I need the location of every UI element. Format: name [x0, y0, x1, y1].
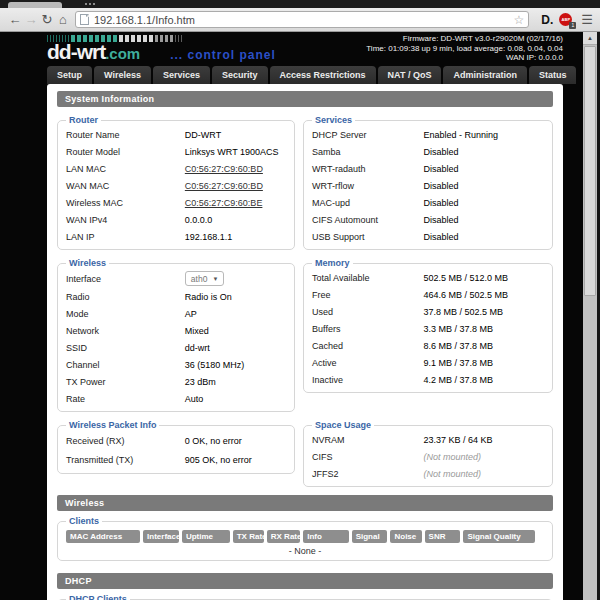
space-usage-fieldset: Space Usage NVRAM23.37 KB / 64 KB CIFS(N…: [303, 420, 553, 487]
scrollbar[interactable]: ▲: [583, 32, 597, 600]
col-tx-rate: TX Rate: [233, 530, 264, 543]
adblock-counter-badge: 1: [569, 22, 576, 29]
active-row: Active9.1 MB / 37.8 MB: [312, 354, 544, 371]
browser-window: ← → ↻ ⌂ 192.168.1.1/Info.htm ☆ D. ABP 1 …: [0, 0, 600, 600]
wan-mac-row: WAN MACC0:56:27:C9:60:BD: [66, 177, 286, 194]
interface-row: Interface ath0 ▼: [66, 269, 286, 288]
masthead: dd-wrt .com ... control panel Firmware: …: [47, 32, 563, 62]
browser-tab[interactable]: [8, 2, 62, 8]
wireless-packet-info-fieldset: Wireless Packet Info Received (RX)0 OK, …: [57, 420, 295, 474]
clients-legend: Clients: [66, 516, 102, 526]
dhcp-clients-legend: DHCP Clients: [66, 594, 130, 600]
network-row: NetworkMixed: [66, 322, 286, 339]
back-button[interactable]: ←: [7, 9, 23, 31]
cached-row: Cached8.6 MB / 37.8 MB: [312, 337, 544, 354]
tab-wireless[interactable]: Wireless: [94, 66, 151, 84]
browser-toolbar: ← → ↻ ⌂ 192.168.1.1/Info.htm ☆ D. ABP 1 …: [0, 8, 600, 32]
home-button[interactable]: ⌂: [55, 9, 71, 31]
url-bar[interactable]: 192.168.1.1/Info.htm ☆: [75, 11, 529, 28]
tab-nat-qos[interactable]: NAT / QoS: [378, 66, 442, 84]
wrt-radauth-row: WRT-radauthDisabled: [312, 160, 544, 177]
col-rx-rate: RX Rate: [267, 530, 300, 543]
router-name-row: Router NameDD-WRT: [66, 126, 286, 143]
tab-setup[interactable]: Setup: [47, 66, 92, 84]
uptime-info: Time: 01:09:38 up 9 min, load average: 0…: [366, 44, 563, 54]
rate-row: RateAuto: [66, 390, 286, 407]
scrollbar-thumb[interactable]: [584, 46, 596, 296]
router-legend: Router: [66, 115, 101, 125]
col-signal: Signal: [352, 530, 388, 543]
wan-ipv4-row: WAN IPv40.0.0.0: [66, 211, 286, 228]
scroll-up-arrow[interactable]: ▲: [583, 32, 597, 45]
mac-upd-row: MAC-updDisabled: [312, 194, 544, 211]
tx-power-row: TX Power23 dBm: [66, 373, 286, 390]
jffs2-row: JFFS2(Not mounted): [312, 465, 544, 482]
clients-empty-text: - None -: [66, 546, 544, 556]
logo-tld: .com: [105, 45, 140, 62]
received-rx-row: Received (RX)0 OK, no error: [66, 431, 286, 450]
total-available-row: Total Available502.5 MB / 512.0 MB: [312, 269, 544, 286]
free-row: Free464.6 MB / 502.5 MB: [312, 286, 544, 303]
wireless-clients-fieldset: Clients MAC Address Interface Uptime TX …: [57, 516, 553, 561]
dhcp-clients-fieldset: DHCP Clients Hostname IP Address MAC Add…: [57, 594, 553, 600]
page-viewport: dd-wrt .com ... control panel Firmware: …: [0, 32, 600, 600]
interface-select-value: ath0: [191, 274, 208, 284]
chevron-down-icon: ▼: [212, 276, 218, 282]
wireless-mac-link[interactable]: C0:56:27:C9:60:BE: [185, 198, 263, 208]
browser-tab-bar: [0, 0, 600, 8]
url-text[interactable]: 192.168.1.1/Info.htm: [94, 14, 514, 26]
services-fieldset: Services DHCP ServerEnabled - Running Sa…: [303, 115, 553, 250]
lan-mac-link[interactable]: C0:56:27:C9:60:BD: [185, 164, 263, 174]
channel-row: Channel36 (5180 MHz): [66, 356, 286, 373]
tab-security[interactable]: Security: [212, 66, 268, 84]
wireless-fieldset: Wireless Interface ath0 ▼ RadioRadio is …: [57, 258, 295, 412]
reload-button[interactable]: ↻: [39, 9, 55, 31]
forward-button[interactable]: →: [23, 9, 39, 31]
usb-support-row: USB SupportDisabled: [312, 228, 544, 245]
inactive-row: Inactive4.2 MB / 37.8 MB: [312, 371, 544, 388]
cifs-row: CIFS(Not mounted): [312, 448, 544, 465]
menu-button[interactable]: ☰: [581, 12, 593, 27]
col-mac-address: MAC Address: [66, 530, 140, 543]
col-signal-quality: Signal Quality: [463, 530, 535, 543]
mode-row: ModeAP: [66, 305, 286, 322]
control-panel-tagline: ... control panel: [170, 48, 276, 62]
col-snr: SNR: [425, 530, 461, 543]
bookmark-star-icon[interactable]: ☆: [514, 13, 525, 27]
dd-wrt-logo: dd-wrt: [47, 40, 105, 64]
lan-ip-row: LAN IP192.168.1.1: [66, 228, 286, 245]
wan-mac-link[interactable]: C0:56:27:C9:60:BD: [185, 181, 263, 191]
page-icon: [80, 14, 89, 25]
memory-fieldset: Memory Total Available502.5 MB / 512.0 M…: [303, 258, 553, 393]
section-header-system-information: System Information: [57, 91, 553, 107]
firmware-info: Firmware: DD-WRT v3.0-r29020M (02/17/16): [366, 34, 563, 44]
col-interface: Interface: [143, 530, 179, 543]
content-area: System Information Router Router NameDD-…: [47, 84, 563, 600]
services-legend: Services: [312, 115, 355, 125]
memory-legend: Memory: [312, 258, 353, 268]
dd-wrt-page: dd-wrt .com ... control panel Firmware: …: [0, 32, 583, 600]
interface-select[interactable]: ath0 ▼: [185, 271, 225, 286]
adblock-extension-icon[interactable]: ABP 1: [559, 12, 575, 28]
router-model-row: Router ModelLinksys WRT 1900ACS: [66, 143, 286, 160]
used-row: Used37.8 MB / 502.5 MB: [312, 303, 544, 320]
wrt-rflow-row: WRT-rflowDisabled: [312, 177, 544, 194]
tab-services[interactable]: Services: [153, 66, 210, 84]
col-uptime: Uptime: [182, 530, 230, 543]
tab-administration[interactable]: Administration: [443, 66, 527, 84]
cifs-automount-row: CIFS AutomountDisabled: [312, 211, 544, 228]
lan-mac-row: LAN MACC0:56:27:C9:60:BD: [66, 160, 286, 177]
wan-ip-info: WAN IP: 0.0.0.0: [366, 53, 563, 63]
nav-tabs: Setup Wireless Services Security Access …: [47, 66, 563, 84]
transmitted-tx-row: Transmitted (TX)905 OK, no error: [66, 450, 286, 469]
tab-status[interactable]: Status: [529, 66, 577, 84]
radio-row: RadioRadio is On: [66, 288, 286, 305]
tab-access-restrictions[interactable]: Access Restrictions: [270, 66, 376, 84]
clients-table-header: MAC Address Interface Uptime TX Rate RX …: [66, 530, 544, 543]
dhcp-server-row: DHCP ServerEnabled - Running: [312, 126, 544, 143]
disconnect-extension-icon[interactable]: D.: [541, 13, 553, 27]
wireless-mac-row: Wireless MACC0:56:27:C9:60:BE: [66, 194, 286, 211]
wireless-packet-info-legend: Wireless Packet Info: [66, 420, 159, 430]
col-info: Info: [303, 530, 348, 543]
router-status-info: Firmware: DD-WRT v3.0-r29020M (02/17/16)…: [366, 34, 563, 63]
